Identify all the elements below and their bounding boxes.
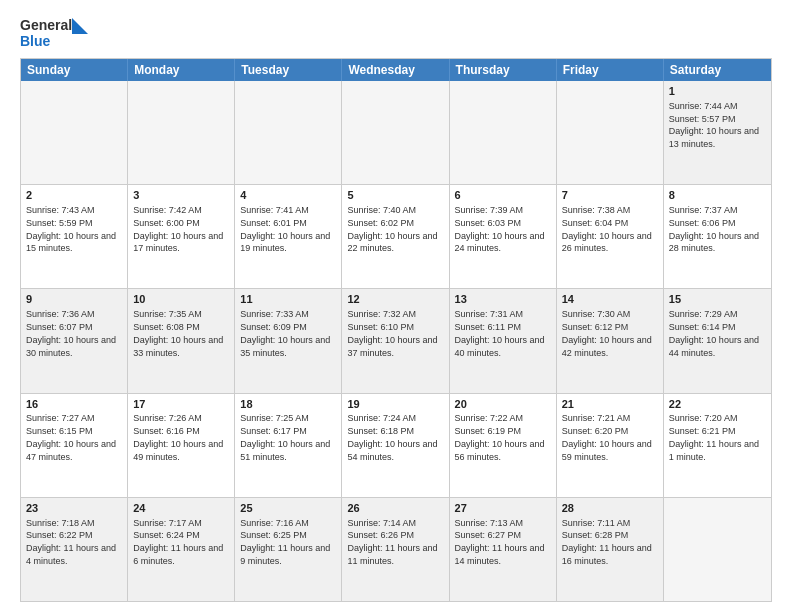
calendar: Sunday Monday Tuesday Wednesday Thursday… xyxy=(20,58,772,602)
header-saturday: Saturday xyxy=(664,59,771,81)
day-info: Sunrise: 7:24 AMSunset: 6:18 PMDaylight:… xyxy=(347,413,437,461)
day-number: 28 xyxy=(562,501,658,516)
calendar-cell-w2-d7: 8Sunrise: 7:37 AMSunset: 6:06 PMDaylight… xyxy=(664,185,771,288)
day-number: 4 xyxy=(240,188,336,203)
day-info: Sunrise: 7:40 AMSunset: 6:02 PMDaylight:… xyxy=(347,205,437,253)
day-info: Sunrise: 7:25 AMSunset: 6:17 PMDaylight:… xyxy=(240,413,330,461)
calendar-cell-w1-d3 xyxy=(235,81,342,184)
calendar-row-2: 2Sunrise: 7:43 AMSunset: 5:59 PMDaylight… xyxy=(21,184,771,288)
page: GeneralBlue Sunday Monday Tuesday Wednes… xyxy=(0,0,792,612)
logo: GeneralBlue xyxy=(20,16,100,52)
day-info: Sunrise: 7:44 AMSunset: 5:57 PMDaylight:… xyxy=(669,101,759,149)
day-info: Sunrise: 7:38 AMSunset: 6:04 PMDaylight:… xyxy=(562,205,652,253)
header-monday: Monday xyxy=(128,59,235,81)
header-tuesday: Tuesday xyxy=(235,59,342,81)
day-info: Sunrise: 7:35 AMSunset: 6:08 PMDaylight:… xyxy=(133,309,223,357)
day-info: Sunrise: 7:37 AMSunset: 6:06 PMDaylight:… xyxy=(669,205,759,253)
calendar-cell-w5-d3: 25Sunrise: 7:16 AMSunset: 6:25 PMDayligh… xyxy=(235,498,342,601)
calendar-row-4: 16Sunrise: 7:27 AMSunset: 6:15 PMDayligh… xyxy=(21,393,771,497)
day-info: Sunrise: 7:14 AMSunset: 6:26 PMDaylight:… xyxy=(347,518,437,566)
calendar-cell-w4-d5: 20Sunrise: 7:22 AMSunset: 6:19 PMDayligh… xyxy=(450,394,557,497)
calendar-cell-w4-d2: 17Sunrise: 7:26 AMSunset: 6:16 PMDayligh… xyxy=(128,394,235,497)
svg-marker-0 xyxy=(72,18,88,34)
calendar-cell-w1-d1 xyxy=(21,81,128,184)
day-info: Sunrise: 7:42 AMSunset: 6:00 PMDaylight:… xyxy=(133,205,223,253)
day-number: 14 xyxy=(562,292,658,307)
calendar-cell-w1-d4 xyxy=(342,81,449,184)
logo-svg: GeneralBlue xyxy=(20,16,100,52)
calendar-cell-w1-d2 xyxy=(128,81,235,184)
day-number: 6 xyxy=(455,188,551,203)
calendar-cell-w3-d7: 15Sunrise: 7:29 AMSunset: 6:14 PMDayligh… xyxy=(664,289,771,392)
day-number: 18 xyxy=(240,397,336,412)
day-info: Sunrise: 7:43 AMSunset: 5:59 PMDaylight:… xyxy=(26,205,116,253)
calendar-cell-w5-d4: 26Sunrise: 7:14 AMSunset: 6:26 PMDayligh… xyxy=(342,498,449,601)
calendar-cell-w2-d4: 5Sunrise: 7:40 AMSunset: 6:02 PMDaylight… xyxy=(342,185,449,288)
day-info: Sunrise: 7:30 AMSunset: 6:12 PMDaylight:… xyxy=(562,309,652,357)
calendar-row-3: 9Sunrise: 7:36 AMSunset: 6:07 PMDaylight… xyxy=(21,288,771,392)
day-number: 9 xyxy=(26,292,122,307)
calendar-row-5: 23Sunrise: 7:18 AMSunset: 6:22 PMDayligh… xyxy=(21,497,771,601)
day-info: Sunrise: 7:32 AMSunset: 6:10 PMDaylight:… xyxy=(347,309,437,357)
day-info: Sunrise: 7:21 AMSunset: 6:20 PMDaylight:… xyxy=(562,413,652,461)
day-info: Sunrise: 7:11 AMSunset: 6:28 PMDaylight:… xyxy=(562,518,652,566)
calendar-cell-w4-d7: 22Sunrise: 7:20 AMSunset: 6:21 PMDayligh… xyxy=(664,394,771,497)
day-number: 10 xyxy=(133,292,229,307)
day-number: 12 xyxy=(347,292,443,307)
day-number: 7 xyxy=(562,188,658,203)
day-number: 3 xyxy=(133,188,229,203)
calendar-cell-w1-d7: 1Sunrise: 7:44 AMSunset: 5:57 PMDaylight… xyxy=(664,81,771,184)
day-number: 15 xyxy=(669,292,766,307)
day-number: 25 xyxy=(240,501,336,516)
day-number: 13 xyxy=(455,292,551,307)
calendar-cell-w3-d2: 10Sunrise: 7:35 AMSunset: 6:08 PMDayligh… xyxy=(128,289,235,392)
calendar-cell-w4-d6: 21Sunrise: 7:21 AMSunset: 6:20 PMDayligh… xyxy=(557,394,664,497)
day-info: Sunrise: 7:27 AMSunset: 6:15 PMDaylight:… xyxy=(26,413,116,461)
calendar-cell-w5-d2: 24Sunrise: 7:17 AMSunset: 6:24 PMDayligh… xyxy=(128,498,235,601)
day-number: 22 xyxy=(669,397,766,412)
header-friday: Friday xyxy=(557,59,664,81)
day-number: 17 xyxy=(133,397,229,412)
day-number: 23 xyxy=(26,501,122,516)
calendar-cell-w4-d1: 16Sunrise: 7:27 AMSunset: 6:15 PMDayligh… xyxy=(21,394,128,497)
day-number: 11 xyxy=(240,292,336,307)
day-number: 19 xyxy=(347,397,443,412)
calendar-cell-w1-d5 xyxy=(450,81,557,184)
calendar-header: Sunday Monday Tuesday Wednesday Thursday… xyxy=(21,59,771,81)
day-info: Sunrise: 7:17 AMSunset: 6:24 PMDaylight:… xyxy=(133,518,223,566)
day-info: Sunrise: 7:13 AMSunset: 6:27 PMDaylight:… xyxy=(455,518,545,566)
day-number: 8 xyxy=(669,188,766,203)
calendar-cell-w2-d6: 7Sunrise: 7:38 AMSunset: 6:04 PMDaylight… xyxy=(557,185,664,288)
calendar-cell-w1-d6 xyxy=(557,81,664,184)
day-info: Sunrise: 7:41 AMSunset: 6:01 PMDaylight:… xyxy=(240,205,330,253)
day-number: 27 xyxy=(455,501,551,516)
calendar-cell-w2-d1: 2Sunrise: 7:43 AMSunset: 5:59 PMDaylight… xyxy=(21,185,128,288)
calendar-cell-w3-d3: 11Sunrise: 7:33 AMSunset: 6:09 PMDayligh… xyxy=(235,289,342,392)
day-info: Sunrise: 7:29 AMSunset: 6:14 PMDaylight:… xyxy=(669,309,759,357)
day-info: Sunrise: 7:20 AMSunset: 6:21 PMDaylight:… xyxy=(669,413,759,461)
day-info: Sunrise: 7:36 AMSunset: 6:07 PMDaylight:… xyxy=(26,309,116,357)
day-number: 16 xyxy=(26,397,122,412)
day-number: 20 xyxy=(455,397,551,412)
day-info: Sunrise: 7:26 AMSunset: 6:16 PMDaylight:… xyxy=(133,413,223,461)
calendar-cell-w5-d5: 27Sunrise: 7:13 AMSunset: 6:27 PMDayligh… xyxy=(450,498,557,601)
header-sunday: Sunday xyxy=(21,59,128,81)
calendar-cell-w3-d6: 14Sunrise: 7:30 AMSunset: 6:12 PMDayligh… xyxy=(557,289,664,392)
day-number: 24 xyxy=(133,501,229,516)
calendar-body: 1Sunrise: 7:44 AMSunset: 5:57 PMDaylight… xyxy=(21,81,771,601)
day-number: 5 xyxy=(347,188,443,203)
calendar-cell-w5-d7 xyxy=(664,498,771,601)
day-info: Sunrise: 7:18 AMSunset: 6:22 PMDaylight:… xyxy=(26,518,116,566)
calendar-cell-w5-d6: 28Sunrise: 7:11 AMSunset: 6:28 PMDayligh… xyxy=(557,498,664,601)
day-info: Sunrise: 7:22 AMSunset: 6:19 PMDaylight:… xyxy=(455,413,545,461)
header: GeneralBlue xyxy=(20,16,772,52)
calendar-cell-w2-d5: 6Sunrise: 7:39 AMSunset: 6:03 PMDaylight… xyxy=(450,185,557,288)
calendar-cell-w3-d5: 13Sunrise: 7:31 AMSunset: 6:11 PMDayligh… xyxy=(450,289,557,392)
header-thursday: Thursday xyxy=(450,59,557,81)
svg-text:General: General xyxy=(20,17,72,33)
header-wednesday: Wednesday xyxy=(342,59,449,81)
calendar-row-1: 1Sunrise: 7:44 AMSunset: 5:57 PMDaylight… xyxy=(21,81,771,184)
calendar-cell-w3-d1: 9Sunrise: 7:36 AMSunset: 6:07 PMDaylight… xyxy=(21,289,128,392)
day-info: Sunrise: 7:39 AMSunset: 6:03 PMDaylight:… xyxy=(455,205,545,253)
calendar-cell-w2-d3: 4Sunrise: 7:41 AMSunset: 6:01 PMDaylight… xyxy=(235,185,342,288)
